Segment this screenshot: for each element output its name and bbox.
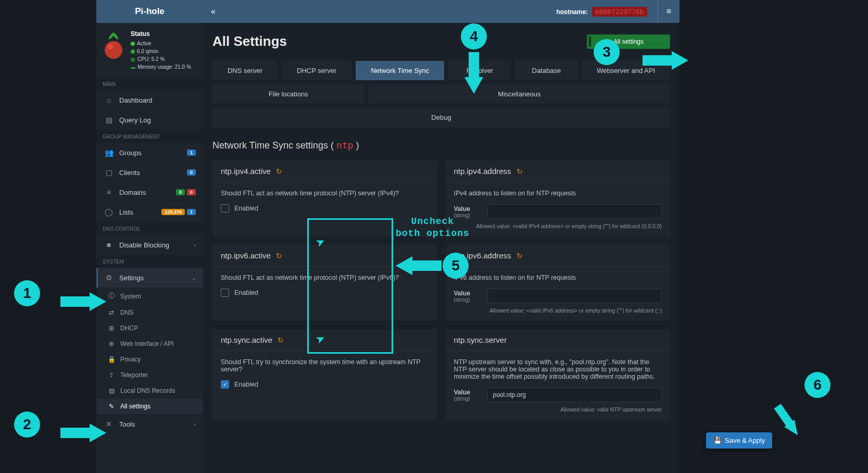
- card-title: ntp.sync.active: [221, 335, 272, 344]
- input-ipv6-address[interactable]: [487, 289, 662, 303]
- card-desc: Should FTL act as network time protocol …: [221, 274, 429, 281]
- status-active: Active: [131, 40, 191, 47]
- value-label: Value: [454, 205, 480, 213]
- badge-domains-a: 0: [176, 189, 185, 195]
- export-icon: ⇪: [107, 371, 116, 379]
- allowed-hint: Allowed value: valid NTP upstream server: [454, 406, 662, 413]
- input-ipv4-address[interactable]: [487, 204, 662, 219]
- section-heading: Network Time Sync settings ( ntp ): [212, 140, 670, 151]
- subnav-teleporter[interactable]: ⇪Teleporter: [96, 367, 203, 383]
- edit-icon: ✎: [107, 403, 116, 410]
- value-label: Value: [454, 290, 480, 297]
- gear-icon: ⚙: [104, 273, 114, 282]
- card-ntp-ipv6-active: ntp.ipv6.active ↻ Should FTL act as netw…: [212, 245, 437, 321]
- annotation-arrow-6: [787, 422, 800, 437]
- pihole-logo-icon: [102, 31, 125, 60]
- subnav-dhcp[interactable]: ⊞DHCP: [96, 320, 203, 336]
- input-sync-server[interactable]: [487, 388, 662, 402]
- checkbox-ipv6-active[interactable]: [221, 289, 229, 297]
- section-system: SYSTEM: [96, 255, 203, 268]
- card-title: ntp.ipv4.address: [454, 167, 511, 176]
- card-ntp-sync-active: ntp.sync.active ↻ Should FTL try to sync…: [212, 329, 437, 420]
- save-apply-button[interactable]: 💾 Save & Apply: [706, 432, 772, 449]
- checkbox-ipv4-active[interactable]: [221, 204, 229, 213]
- badge-lists-a: 125,376: [161, 209, 185, 215]
- nav-groups[interactable]: 👥 Groups 1: [96, 143, 203, 163]
- nav-settings[interactable]: ⚙ Settings ⌄: [96, 268, 203, 288]
- nav-lists[interactable]: ◯ Lists 125,376 1: [96, 202, 203, 222]
- badge-clients: 0: [187, 169, 196, 176]
- reload-icon[interactable]: ↻: [517, 252, 523, 260]
- sidebar: Status Active 6.0 q/min ▦CPU: 5.2 % ▬Mem…: [96, 23, 203, 473]
- laptop-icon: ▢: [104, 168, 114, 177]
- subnav-allsettings[interactable]: ✎All settings: [96, 399, 203, 414]
- reload-icon[interactable]: ↻: [276, 252, 282, 260]
- page-title: All Settings: [212, 33, 587, 49]
- status-mem: ▬Memory usage: 21.0 %: [131, 63, 191, 71]
- settings-tabs: DNS server DHCP server Network Time Sync…: [212, 61, 670, 127]
- tab-debug[interactable]: Debug: [212, 108, 670, 127]
- users-icon: 👥: [104, 148, 114, 157]
- nav-tools[interactable]: ✕ Tools ‹: [96, 414, 203, 434]
- tab-dns[interactable]: DNS server: [212, 61, 278, 80]
- all-settings-toggle[interactable]: All settings: [587, 34, 670, 49]
- annotation-1: 1: [14, 280, 40, 306]
- card-desc: IPv4 address to listen on for NTP reques…: [454, 190, 662, 197]
- svg-point-0: [105, 41, 122, 59]
- main-content: All Settings All settings DNS server DHC…: [203, 23, 680, 473]
- brand-title: Pi-hole: [96, 6, 203, 17]
- tab-dhcp[interactable]: DHCP server: [282, 61, 351, 80]
- annotation-2: 2: [14, 412, 40, 438]
- card-desc: Should FTL try to synchronize the system…: [221, 358, 429, 373]
- nav-querylog[interactable]: ▤ Query Log: [96, 110, 203, 130]
- checkbox-label: Enabled: [234, 205, 258, 212]
- shield-icon: ◯: [104, 208, 114, 216]
- subnav-web[interactable]: ⊕Web interface / API: [96, 336, 203, 352]
- subnav-localdns[interactable]: ▤Local DNS Records: [96, 383, 203, 399]
- card-desc: IPv6 address to listen on for NTP reques…: [454, 274, 662, 281]
- checkbox-sync-active[interactable]: ✓: [221, 380, 229, 389]
- header-menu-icon[interactable]: ≡: [658, 0, 680, 23]
- section-main: MAIN: [96, 77, 203, 90]
- annotation-6: 6: [804, 372, 831, 398]
- globe-icon: ⊕: [107, 340, 116, 347]
- tab-webserver[interactable]: Webserver and API: [582, 61, 670, 80]
- card-title: ntp.ipv6.address: [454, 251, 511, 260]
- value-type: (string): [454, 396, 480, 402]
- nav-disable-blocking[interactable]: ■ Disable Blocking ‹: [96, 235, 203, 255]
- card-desc: NTP upstream server to sync with, e.g., …: [454, 358, 662, 380]
- save-icon: 💾: [713, 437, 722, 444]
- reload-icon[interactable]: ↻: [517, 167, 523, 176]
- info-icon: ⓘ: [107, 292, 116, 301]
- subnav-privacy[interactable]: 🔒Privacy: [96, 352, 203, 367]
- hostname-value: 6860722d776b: [592, 7, 647, 17]
- list-icon: ≡: [104, 188, 114, 196]
- nav-clients[interactable]: ▢ Clients 0: [96, 163, 203, 182]
- chevron-left-icon: ‹: [194, 242, 196, 248]
- tab-misc[interactable]: Miscellaneous: [369, 84, 670, 104]
- svg-point-1: [108, 44, 113, 49]
- tab-files[interactable]: File locations: [212, 84, 364, 104]
- status-cpu: ▦CPU: 5.2 %: [131, 55, 191, 63]
- reload-icon[interactable]: ↻: [278, 336, 284, 344]
- section-dns: DNS CONTROL: [96, 222, 203, 235]
- card-desc: Should FTL act as network time protocol …: [221, 190, 429, 197]
- address-icon: ▤: [107, 387, 116, 394]
- tab-resolver[interactable]: Resolver: [448, 61, 511, 80]
- badge-groups: 1: [187, 150, 196, 156]
- subnav-dns[interactable]: ⇄DNS: [96, 305, 203, 320]
- badge-lists-b: 1: [187, 209, 196, 215]
- nav-dashboard[interactable]: ⌂ Dashboard: [96, 90, 203, 110]
- tab-database[interactable]: Database: [515, 61, 577, 80]
- file-icon: ▤: [104, 116, 114, 124]
- allowed-hint: Allowed value: <valid IPv6 address> or e…: [454, 307, 662, 314]
- share-icon: ⇄: [107, 309, 116, 316]
- reload-icon[interactable]: ↻: [276, 167, 282, 176]
- tools-icon: ✕: [104, 420, 114, 428]
- sidebar-toggle[interactable]: «: [203, 7, 223, 16]
- nav-domains[interactable]: ≡ Domains 0 0: [96, 182, 203, 202]
- value-label: Value: [454, 389, 480, 396]
- subnav-system[interactable]: ⓘSystem: [96, 288, 203, 305]
- badge-domains-b: 0: [187, 189, 196, 195]
- tab-ntp[interactable]: Network Time Sync: [356, 61, 444, 80]
